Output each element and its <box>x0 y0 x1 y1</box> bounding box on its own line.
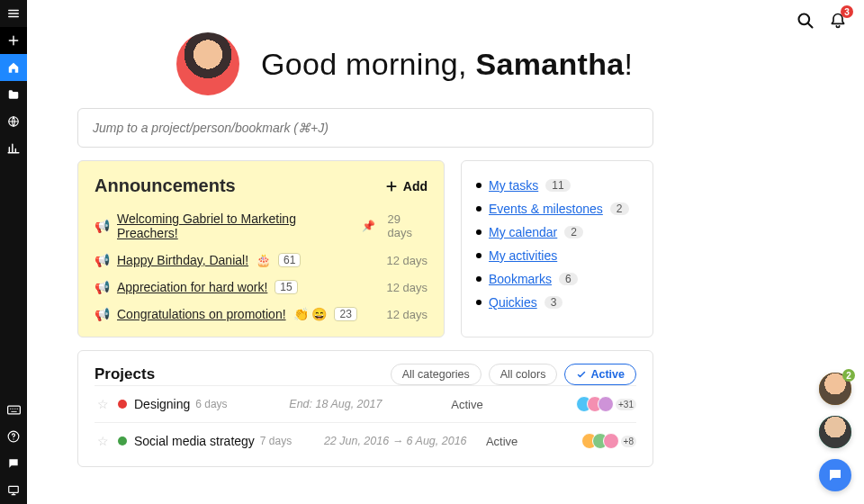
pin-icon: 📌 <box>362 220 375 232</box>
bullet <box>476 230 482 235</box>
star-icon[interactable]: ☆ <box>94 434 111 448</box>
greeting-prefix: Good morning, <box>261 47 476 81</box>
announcements-card: Announcements Add 📢 Welcoming Gabriel to… <box>77 160 445 338</box>
member-avatar <box>603 433 619 449</box>
emoji: 👏 😄 <box>293 307 328 321</box>
plus-icon <box>385 180 398 193</box>
add-announcement-button[interactable]: Add <box>385 179 428 194</box>
float-contact-1[interactable]: 2 <box>819 373 851 405</box>
reaction-count[interactable]: 23 <box>334 307 356 321</box>
project-row[interactable]: ☆ Designing 6 days End: 18 Aug, 2017 Act… <box>94 385 636 422</box>
quicklink[interactable]: Bookmarks <box>489 272 552 286</box>
announcement-age: 12 days <box>386 281 428 294</box>
sidebar-reports[interactable] <box>0 135 27 162</box>
quicklink-row: Quickies3 <box>476 291 638 314</box>
greeting-suffix: ! <box>624 47 633 81</box>
quicklink-row: My tasks11 <box>476 174 638 197</box>
bullet <box>476 183 482 188</box>
jump-input[interactable] <box>93 121 638 135</box>
sidebar-help[interactable] <box>0 423 27 450</box>
quicklinks-card: My tasks11 Events & milestones2 My calen… <box>461 160 653 338</box>
quicklink-count: 2 <box>564 226 583 238</box>
bullet <box>476 253 482 258</box>
project-members[interactable]: +31 <box>576 396 636 412</box>
megaphone-icon: 📢 <box>94 280 110 294</box>
add-label: Add <box>403 179 428 194</box>
reaction-count[interactable]: 15 <box>274 280 297 294</box>
star-icon[interactable]: ☆ <box>94 397 111 411</box>
announcement-row: 📢 Happy Birthday, Danial! 🎂 61 12 days <box>94 247 428 274</box>
project-name[interactable]: Social media strategy <box>134 434 255 448</box>
quicklink-count: 3 <box>544 296 563 309</box>
announcement-link[interactable]: Appreciation for hard work! <box>117 280 267 294</box>
megaphone-icon: 📢 <box>94 307 110 321</box>
project-color-dot <box>118 436 127 446</box>
bullet <box>476 276 482 282</box>
member-avatar <box>598 396 614 412</box>
project-name[interactable]: Designing <box>134 397 190 411</box>
float-chat-button[interactable] <box>819 459 851 491</box>
user-avatar[interactable] <box>176 32 239 95</box>
project-dates: End: 18 Aug, 2017 <box>289 398 451 410</box>
project-members[interactable]: +8 <box>581 433 636 449</box>
announcement-age: 12 days <box>386 254 428 267</box>
sidebar-home[interactable] <box>0 54 27 81</box>
bullet <box>476 206 482 212</box>
quicklink-count: 11 <box>545 179 570 192</box>
svg-rect-1 <box>7 406 20 414</box>
emoji: 🎂 <box>256 253 271 267</box>
projects-card: Projects All categories All colors Activ… <box>77 350 653 467</box>
bullet <box>476 300 482 305</box>
quicklink-count: 2 <box>610 202 629 215</box>
project-color-dot <box>118 400 127 409</box>
greeting: Good morning, Samantha! <box>176 32 814 95</box>
announcement-link[interactable]: Welcoming Gabriel to Marketing Preachers… <box>117 212 355 240</box>
quicklink-count: 6 <box>559 273 578 285</box>
announcement-link[interactable]: Happy Birthday, Danial! <box>117 253 248 267</box>
quicklink-row: Bookmarks6 <box>476 267 638 291</box>
reaction-count[interactable]: 61 <box>278 253 301 267</box>
quicklink-row: Events & milestones2 <box>476 197 638 220</box>
quicklink[interactable]: My tasks <box>489 178 538 193</box>
megaphone-icon: 📢 <box>94 253 110 267</box>
sidebar-add[interactable] <box>0 27 27 54</box>
contact-badge: 2 <box>842 369 855 382</box>
sidebar-menu[interactable] <box>0 0 27 27</box>
quicklink-row: My activities <box>476 244 638 267</box>
quicklink[interactable]: Events & milestones <box>489 202 603 216</box>
project-age: 7 days <box>260 435 292 447</box>
chat-icon <box>827 467 843 483</box>
quicklink[interactable]: Quickies <box>489 295 537 310</box>
filter-categories[interactable]: All categories <box>391 364 482 385</box>
sidebar-globe[interactable] <box>0 108 27 135</box>
sidebar-chat[interactable] <box>0 450 27 477</box>
float-contact-2[interactable] <box>819 416 851 448</box>
announcement-age: 29 days <box>388 212 428 239</box>
main-content: 3 Good morning, Samantha! Announcements … <box>27 0 864 504</box>
announcement-age: 12 days <box>386 308 428 321</box>
svg-rect-3 <box>9 486 19 492</box>
search-icon[interactable] <box>796 11 815 31</box>
filter-colors[interactable]: All colors <box>489 364 558 385</box>
sidebar-desktop[interactable] <box>0 477 27 504</box>
greeting-name: Samantha <box>476 47 625 81</box>
filter-active[interactable]: Active <box>564 364 636 385</box>
sidebar-folder[interactable] <box>0 81 27 108</box>
project-row[interactable]: ☆ Social media strategy 7 days 22 Jun, 2… <box>94 422 636 459</box>
quicklink[interactable]: My calendar <box>489 225 557 239</box>
quicklink-row: My calendar2 <box>476 220 638 244</box>
member-more: +31 <box>616 399 636 410</box>
project-status: Active <box>486 435 549 448</box>
bell-icon[interactable]: 3 <box>828 11 848 31</box>
announcements-title: Announcements <box>94 176 236 196</box>
project-dates: 22 Jun, 2016 → 6 Aug, 2016 <box>324 435 486 447</box>
greeting-text: Good morning, Samantha! <box>261 32 633 82</box>
sidebar <box>0 0 27 504</box>
sidebar-keyboard[interactable] <box>0 396 27 423</box>
quicklink[interactable]: My activities <box>489 248 557 263</box>
notification-badge: 3 <box>841 5 853 18</box>
announcement-row: 📢 Congratulations on promotion! 👏 😄 23 1… <box>94 301 428 328</box>
announcement-link[interactable]: Congratulations on promotion! <box>117 307 286 321</box>
announcement-row: 📢 Appreciation for hard work! 15 12 days <box>94 274 428 301</box>
jump-box[interactable] <box>77 108 653 148</box>
